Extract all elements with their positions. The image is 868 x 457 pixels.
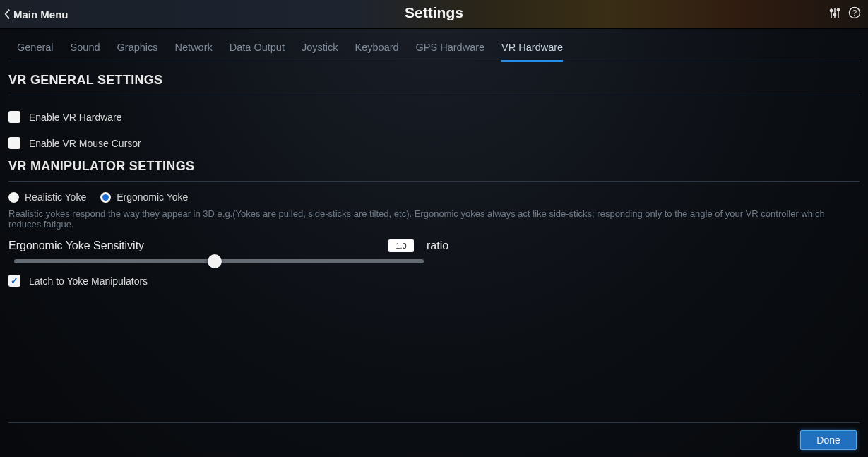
sensitivity-row: Ergonomic Yoke Sensitivity ratio: [8, 237, 860, 252]
tab-gps-hardware[interactable]: GPS Hardware: [416, 37, 485, 61]
yoke-mode-group: Realistic Yoke Ergonomic Yoke: [8, 182, 860, 207]
tab-vr-hardware[interactable]: VR Hardware: [501, 37, 563, 62]
tab-sound[interactable]: Sound: [71, 37, 100, 61]
sensitivity-input[interactable]: [388, 239, 414, 252]
tab-graphics[interactable]: Graphics: [117, 37, 158, 61]
radio-ergonomic-yoke[interactable]: Ergonomic Yoke: [100, 191, 188, 203]
checkbox-enable-vr-hardware[interactable]: [8, 111, 20, 123]
header-bar: Main Menu Settings ?: [0, 0, 868, 29]
svg-point-5: [837, 8, 839, 11]
done-button[interactable]: Done: [800, 430, 857, 450]
label-enable-vr-hardware: Enable VR Hardware: [29, 112, 122, 123]
tab-general[interactable]: General: [17, 37, 54, 61]
back-button[interactable]: Main Menu: [4, 8, 69, 20]
footer: Done: [8, 422, 860, 457]
yoke-mode-description: Realistic yokes respond the way they app…: [8, 207, 856, 237]
svg-point-3: [830, 9, 832, 11]
label-enable-vr-mouse: Enable VR Mouse Cursor: [29, 138, 141, 149]
chevron-left-icon: [4, 8, 11, 20]
tab-joystick[interactable]: Joystick: [302, 37, 338, 61]
sensitivity-unit: ratio: [427, 239, 448, 252]
row-enable-vr-mouse: Enable VR Mouse Cursor: [8, 126, 860, 152]
label-latch-yoke: Latch to Yoke Manipulators: [29, 275, 148, 287]
sensitivity-thumb[interactable]: [208, 254, 222, 268]
radio-realistic-yoke-label: Realistic Yoke: [25, 191, 86, 203]
page-title: Settings: [405, 4, 463, 21]
row-latch-yoke: Latch to Yoke Manipulators: [8, 268, 860, 290]
radio-ergonomic-yoke-indicator: [100, 192, 111, 203]
svg-point-4: [833, 13, 836, 16]
sensitivity-label: Ergonomic Yoke Sensitivity: [8, 239, 376, 252]
section-title-vr-manipulator: VR MANIPULATOR SETTINGS: [8, 152, 860, 182]
sensitivity-slider[interactable]: [8, 252, 429, 268]
radio-realistic-yoke[interactable]: Realistic Yoke: [8, 191, 86, 203]
radio-realistic-yoke-indicator: [8, 192, 19, 203]
tab-keyboard[interactable]: Keyboard: [355, 37, 399, 61]
tab-network[interactable]: Network: [175, 37, 213, 61]
section-title-vr-general: VR GENERAL SETTINGS: [8, 61, 860, 95]
checkbox-enable-vr-mouse[interactable]: [8, 137, 20, 149]
tab-data-output[interactable]: Data Output: [230, 37, 285, 61]
row-enable-vr-hardware: Enable VR Hardware: [8, 95, 860, 126]
svg-text:?: ?: [852, 8, 857, 17]
checkbox-latch-yoke[interactable]: [8, 275, 20, 287]
help-icon[interactable]: ?: [848, 6, 861, 22]
sliders-icon[interactable]: [828, 6, 841, 22]
radio-ergonomic-yoke-label: Ergonomic Yoke: [117, 191, 188, 203]
back-label: Main Menu: [13, 8, 69, 20]
sensitivity-track: [14, 259, 424, 263]
tabs-bar: General Sound Graphics Network Data Outp…: [8, 29, 860, 61]
